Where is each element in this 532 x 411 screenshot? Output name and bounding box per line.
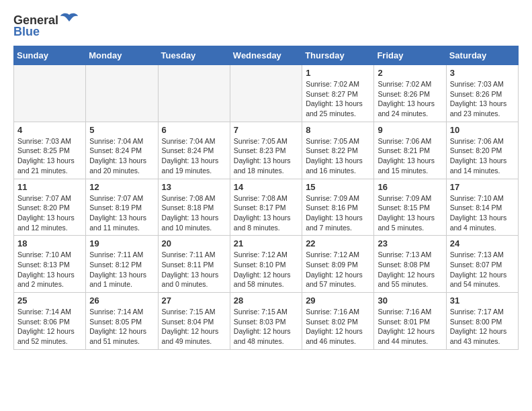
calendar-cell: 29Sunrise: 7:16 AMSunset: 8:02 PMDayligh… [302, 293, 374, 350]
calendar-cell: 31Sunrise: 7:17 AMSunset: 8:00 PMDayligh… [446, 293, 518, 350]
calendar-cell: 28Sunrise: 7:15 AMSunset: 8:03 PMDayligh… [230, 293, 302, 350]
calendar-cell: 13Sunrise: 7:08 AMSunset: 8:18 PMDayligh… [158, 179, 230, 236]
page-header: General Blue [13, 13, 519, 39]
logo: General Blue [13, 13, 79, 39]
day-number: 4 [17, 125, 82, 135]
calendar-cell: 21Sunrise: 7:12 AMSunset: 8:10 PMDayligh… [230, 236, 302, 293]
day-number: 16 [378, 182, 442, 192]
day-number: 17 [450, 182, 515, 192]
day-info: Sunrise: 7:13 AMSunset: 8:08 PMDaylight:… [378, 250, 442, 289]
calendar-cell [86, 65, 158, 122]
day-number: 5 [89, 125, 154, 135]
day-number: 13 [162, 182, 226, 192]
day-info: Sunrise: 7:02 AMSunset: 8:26 PMDaylight:… [378, 79, 442, 119]
day-number: 20 [162, 238, 226, 248]
logo-blue-text: Blue [13, 25, 40, 39]
calendar-cell: 20Sunrise: 7:11 AMSunset: 8:11 PMDayligh… [158, 236, 230, 293]
day-number: 3 [450, 68, 515, 78]
day-number: 24 [450, 238, 515, 248]
day-number: 31 [450, 295, 515, 306]
calendar-cell: 14Sunrise: 7:08 AMSunset: 8:17 PMDayligh… [230, 179, 302, 236]
calendar-cell: 1Sunrise: 7:02 AMSunset: 8:27 PMDaylight… [302, 65, 374, 122]
day-info: Sunrise: 7:04 AMSunset: 8:24 PMDaylight:… [89, 136, 154, 176]
calendar-cell: 18Sunrise: 7:10 AMSunset: 8:13 PMDayligh… [14, 236, 86, 293]
day-info: Sunrise: 7:14 AMSunset: 8:05 PMDaylight:… [89, 307, 154, 347]
calendar-week-3: 11Sunrise: 7:07 AMSunset: 8:20 PMDayligh… [14, 179, 519, 236]
calendar-header-monday: Monday [86, 46, 158, 65]
day-number: 19 [89, 238, 154, 248]
calendar-cell: 25Sunrise: 7:14 AMSunset: 8:06 PMDayligh… [14, 293, 86, 350]
day-number: 2 [378, 68, 442, 78]
calendar-header-wednesday: Wednesday [230, 46, 302, 65]
day-number: 15 [306, 182, 370, 192]
day-info: Sunrise: 7:07 AMSunset: 8:20 PMDaylight:… [17, 193, 82, 233]
calendar-cell: 26Sunrise: 7:14 AMSunset: 8:05 PMDayligh… [86, 293, 158, 350]
day-info: Sunrise: 7:04 AMSunset: 8:24 PMDaylight:… [162, 136, 226, 176]
day-info: Sunrise: 7:13 AMSunset: 8:07 PMDaylight:… [450, 250, 515, 289]
day-number: 23 [378, 238, 442, 248]
calendar-header-row: SundayMondayTuesdayWednesdayThursdayFrid… [14, 46, 519, 65]
day-info: Sunrise: 7:02 AMSunset: 8:27 PMDaylight:… [306, 79, 370, 119]
calendar-table: SundayMondayTuesdayWednesdayThursdayFrid… [13, 46, 519, 350]
calendar-cell: 2Sunrise: 7:02 AMSunset: 8:26 PMDaylight… [374, 65, 446, 122]
day-info: Sunrise: 7:16 AMSunset: 8:01 PMDaylight:… [378, 307, 442, 347]
day-number: 8 [306, 125, 370, 135]
day-info: Sunrise: 7:08 AMSunset: 8:18 PMDaylight:… [162, 193, 226, 233]
calendar-cell: 16Sunrise: 7:09 AMSunset: 8:15 PMDayligh… [374, 179, 446, 236]
day-info: Sunrise: 7:06 AMSunset: 8:20 PMDaylight:… [450, 136, 515, 176]
calendar-cell: 9Sunrise: 7:06 AMSunset: 8:21 PMDaylight… [374, 122, 446, 179]
calendar-cell: 3Sunrise: 7:03 AMSunset: 8:26 PMDaylight… [446, 65, 518, 122]
calendar-cell: 30Sunrise: 7:16 AMSunset: 8:01 PMDayligh… [374, 293, 446, 350]
day-info: Sunrise: 7:03 AMSunset: 8:26 PMDaylight:… [450, 79, 515, 119]
day-number: 7 [234, 125, 298, 135]
calendar-header-sunday: Sunday [14, 46, 86, 65]
day-number: 11 [17, 182, 82, 192]
day-info: Sunrise: 7:15 AMSunset: 8:03 PMDaylight:… [234, 307, 298, 347]
calendar-cell: 12Sunrise: 7:07 AMSunset: 8:19 PMDayligh… [86, 179, 158, 236]
calendar-cell: 23Sunrise: 7:13 AMSunset: 8:08 PMDayligh… [374, 236, 446, 293]
day-number: 21 [234, 238, 298, 248]
calendar-cell: 17Sunrise: 7:10 AMSunset: 8:14 PMDayligh… [446, 179, 518, 236]
day-number: 14 [234, 182, 298, 192]
calendar-cell: 7Sunrise: 7:05 AMSunset: 8:23 PMDaylight… [230, 122, 302, 179]
calendar-cell: 24Sunrise: 7:13 AMSunset: 8:07 PMDayligh… [446, 236, 518, 293]
calendar-cell [230, 65, 302, 122]
day-info: Sunrise: 7:17 AMSunset: 8:00 PMDaylight:… [450, 307, 515, 347]
calendar-header-thursday: Thursday [302, 46, 374, 65]
calendar-cell: 4Sunrise: 7:03 AMSunset: 8:25 PMDaylight… [14, 122, 86, 179]
day-info: Sunrise: 7:15 AMSunset: 8:04 PMDaylight:… [162, 307, 226, 347]
calendar-cell [158, 65, 230, 122]
day-number: 6 [162, 125, 226, 135]
day-number: 1 [306, 68, 370, 78]
day-info: Sunrise: 7:12 AMSunset: 8:10 PMDaylight:… [234, 250, 298, 289]
day-info: Sunrise: 7:09 AMSunset: 8:15 PMDaylight:… [378, 193, 442, 233]
calendar-cell: 8Sunrise: 7:05 AMSunset: 8:22 PMDaylight… [302, 122, 374, 179]
calendar-cell: 11Sunrise: 7:07 AMSunset: 8:20 PMDayligh… [14, 179, 86, 236]
day-info: Sunrise: 7:14 AMSunset: 8:06 PMDaylight:… [17, 307, 82, 347]
day-info: Sunrise: 7:10 AMSunset: 8:13 PMDaylight:… [17, 250, 82, 289]
calendar-cell: 5Sunrise: 7:04 AMSunset: 8:24 PMDaylight… [86, 122, 158, 179]
logo-bird-icon [60, 12, 79, 27]
day-number: 30 [378, 295, 442, 306]
calendar-cell: 10Sunrise: 7:06 AMSunset: 8:20 PMDayligh… [446, 122, 518, 179]
calendar-cell [14, 65, 86, 122]
calendar-header-saturday: Saturday [446, 46, 518, 65]
day-info: Sunrise: 7:11 AMSunset: 8:11 PMDaylight:… [162, 250, 226, 289]
calendar-header-friday: Friday [374, 46, 446, 65]
calendar-week-2: 4Sunrise: 7:03 AMSunset: 8:25 PMDaylight… [14, 122, 519, 179]
calendar-cell: 19Sunrise: 7:11 AMSunset: 8:12 PMDayligh… [86, 236, 158, 293]
day-info: Sunrise: 7:11 AMSunset: 8:12 PMDaylight:… [89, 250, 154, 289]
day-info: Sunrise: 7:08 AMSunset: 8:17 PMDaylight:… [234, 193, 298, 233]
day-number: 18 [17, 238, 82, 248]
day-info: Sunrise: 7:10 AMSunset: 8:14 PMDaylight:… [450, 193, 515, 233]
day-number: 9 [378, 125, 442, 135]
day-info: Sunrise: 7:05 AMSunset: 8:22 PMDaylight:… [306, 136, 370, 176]
day-number: 10 [450, 125, 515, 135]
day-info: Sunrise: 7:12 AMSunset: 8:09 PMDaylight:… [306, 250, 370, 289]
calendar-cell: 6Sunrise: 7:04 AMSunset: 8:24 PMDaylight… [158, 122, 230, 179]
calendar-week-5: 25Sunrise: 7:14 AMSunset: 8:06 PMDayligh… [14, 293, 519, 350]
day-info: Sunrise: 7:03 AMSunset: 8:25 PMDaylight:… [17, 136, 82, 176]
day-number: 27 [162, 295, 226, 306]
day-number: 22 [306, 238, 370, 248]
day-info: Sunrise: 7:07 AMSunset: 8:19 PMDaylight:… [89, 193, 154, 233]
